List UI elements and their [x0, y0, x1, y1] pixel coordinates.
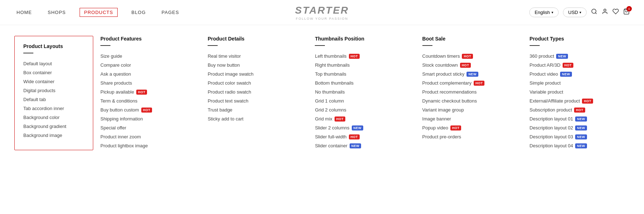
col-title-0: Product Layouts: [23, 43, 84, 49]
menu-item[interactable]: Background gradient: [23, 122, 84, 131]
currency-label: USD: [568, 10, 578, 15]
account-button[interactable]: [602, 8, 608, 16]
menu-item[interactable]: Slider 2 columnsNEW: [315, 123, 408, 132]
menu-item[interactable]: Variant image group: [422, 105, 515, 114]
menu-item[interactable]: Grid 1 column: [315, 96, 408, 105]
menu-item-label: Product inner zoom: [100, 134, 141, 139]
menu-item[interactable]: Product videoNEW: [530, 70, 622, 79]
badge-hot: HOT: [335, 116, 346, 122]
menu-item[interactable]: Tab accordion inner: [23, 104, 84, 113]
col-title-4: Boot Sale: [422, 36, 515, 42]
menu-col-5: Product Types360 productNEWProduct AR/3D…: [522, 36, 630, 150]
menu-item[interactable]: Pickup availableHOT: [100, 87, 193, 96]
menu-item-label: Dynamic checkout buttons: [422, 98, 477, 104]
menu-item[interactable]: Buy button customHOT: [100, 105, 193, 114]
search-button[interactable]: [591, 8, 597, 16]
menu-item[interactable]: Background image: [23, 131, 84, 140]
badge-new: NEW: [560, 72, 572, 77]
menu-item[interactable]: Product radio swatch: [208, 87, 300, 96]
menu-item[interactable]: Description layout 03NEW: [530, 132, 622, 141]
badge-new: NEW: [575, 143, 587, 148]
menu-item[interactable]: Product inner zoom: [100, 132, 193, 141]
menu-item[interactable]: Product text swatch: [208, 96, 300, 105]
menu-item[interactable]: Grid 2 columns: [315, 105, 408, 114]
menu-item-label: Slider 2 columns: [315, 125, 349, 130]
menu-item[interactable]: Real time visitor: [208, 52, 300, 61]
menu-item[interactable]: External/Affiliate productHOT: [530, 96, 622, 105]
menu-item[interactable]: Left thumbnailsHOT: [315, 52, 408, 61]
menu-item-label: Product color swatch: [208, 80, 251, 86]
menu-item[interactable]: Product pre-orders: [422, 132, 515, 141]
menu-item-label: Pickup available: [100, 89, 134, 95]
menu-item[interactable]: Product complementaryHOT: [422, 79, 515, 87]
menu-item[interactable]: Product lightbox image: [100, 141, 193, 150]
menu-item[interactable]: Simple product: [530, 79, 622, 87]
menu-item[interactable]: Slider containerNEW: [315, 141, 408, 150]
menu-item[interactable]: 360 productNEW: [530, 52, 622, 61]
cart-button[interactable]: 0: [623, 8, 630, 16]
menu-item[interactable]: Stock countdownHOT: [422, 61, 515, 70]
menu-item-label: Product complementary: [422, 80, 472, 86]
menu-item[interactable]: Compare color: [100, 61, 193, 70]
menu-item[interactable]: Box container: [23, 68, 84, 77]
menu-item[interactable]: Bottom thumbnails: [315, 79, 408, 87]
menu-item[interactable]: Size guide: [100, 52, 193, 61]
menu-item[interactable]: Description layout 02NEW: [530, 123, 622, 132]
badge-hot: HOT: [349, 54, 360, 59]
col-title-1: Product Features: [100, 36, 193, 42]
badge-new: NEW: [575, 125, 587, 130]
badge-new: NEW: [575, 116, 587, 122]
menu-item[interactable]: No thumbnails: [315, 87, 408, 96]
logo-text: STARTER: [295, 5, 349, 16]
menu-item[interactable]: Special offer: [100, 123, 193, 132]
menu-item[interactable]: Wide container: [23, 77, 84, 86]
menu-item[interactable]: Description layout 04NEW: [530, 141, 622, 150]
menu-item[interactable]: Default layout: [23, 59, 84, 68]
nav-item-products[interactable]: PRODUCTS: [80, 8, 118, 17]
nav-item-blog[interactable]: BLOG: [129, 8, 148, 16]
menu-item[interactable]: Buy now button: [208, 61, 300, 70]
badge-new: NEW: [556, 54, 568, 59]
col-divider-2: [208, 45, 218, 46]
menu-item[interactable]: Shipping information: [100, 114, 193, 123]
menu-item[interactable]: Product image swatch: [208, 70, 300, 79]
menu-item[interactable]: Term & conditions: [100, 96, 193, 105]
menu-item[interactable]: Sticky add to cart: [208, 114, 300, 123]
menu-item[interactable]: Top thumbnails: [315, 70, 408, 79]
menu-item-label: Simple product: [530, 80, 561, 86]
menu-item[interactable]: Ask a question: [100, 70, 193, 79]
menu-item[interactable]: Default tab: [23, 95, 84, 104]
menu-item[interactable]: Smart product stickyNEW: [422, 70, 515, 79]
nav-item-shops[interactable]: SHOPS: [46, 8, 68, 16]
menu-item[interactable]: Right thumbnails: [315, 61, 408, 70]
menu-item-label: Grid 2 columns: [315, 107, 346, 113]
menu-item[interactable]: Product AR/3DHOT: [530, 61, 622, 70]
menu-item[interactable]: Digital products: [23, 86, 84, 95]
menu-item[interactable]: Slider full-widthHOT: [315, 132, 408, 141]
menu-item[interactable]: Grid mixHOT: [315, 114, 408, 123]
currency-button[interactable]: USD ▾: [563, 8, 587, 17]
menu-item-label: External/Affiliate product: [530, 98, 580, 104]
site-logo[interactable]: STARTER FOLLOW YOUR PASSION: [295, 5, 349, 20]
menu-item[interactable]: Trust badge: [208, 105, 300, 114]
col-divider-3: [315, 45, 325, 46]
menu-item[interactable]: Product color swatch: [208, 79, 300, 87]
menu-item[interactable]: Image banner: [422, 114, 515, 123]
language-button[interactable]: English ▾: [529, 8, 559, 17]
menu-item[interactable]: Dynamic checkout buttons: [422, 96, 515, 105]
menu-item[interactable]: Background color: [23, 113, 84, 122]
menu-item[interactable]: Description layout 01NEW: [530, 114, 622, 123]
menu-item[interactable]: Subscription productHOT: [530, 105, 622, 114]
menu-item[interactable]: Countdown timersHOT: [422, 52, 515, 61]
nav-item-pages[interactable]: PAGES: [160, 8, 181, 16]
menu-item-label: Description layout 04: [530, 143, 573, 148]
menu-item[interactable]: Variable product: [530, 87, 622, 96]
menu-item[interactable]: Popup videoHOT: [422, 123, 515, 132]
menu-item[interactable]: Share products: [100, 79, 193, 87]
wishlist-button[interactable]: [612, 8, 619, 16]
nav-item-home[interactable]: HOME: [14, 8, 34, 16]
menu-item-label: Default layout: [23, 61, 52, 66]
menu-item-label: Box container: [23, 70, 52, 75]
svg-point-0: [592, 9, 596, 13]
menu-item[interactable]: Product recommendations: [422, 87, 515, 96]
